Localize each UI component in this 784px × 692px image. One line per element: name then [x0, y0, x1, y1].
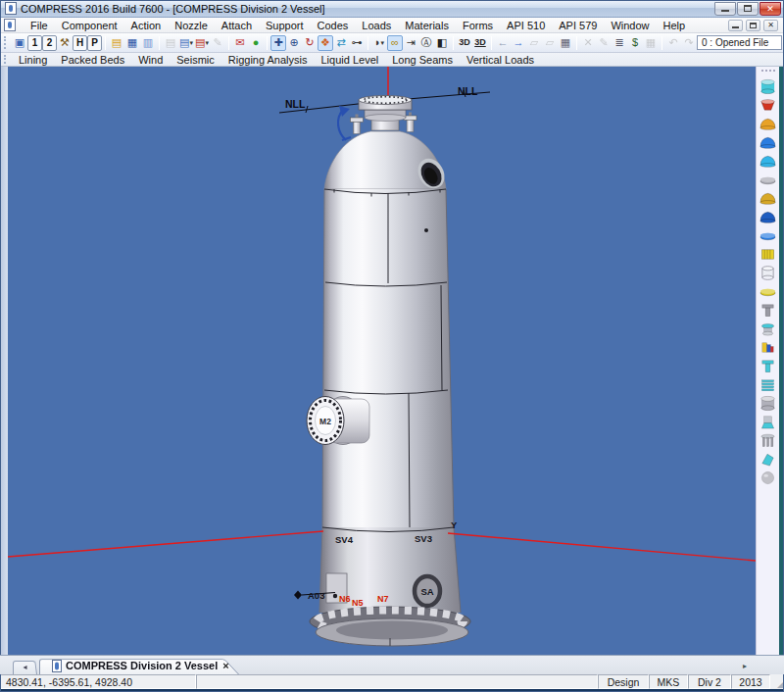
pipe-dimensions-icon[interactable]: P [87, 35, 102, 51]
maximize-button-icon[interactable] [737, 2, 759, 16]
opened-file-combo[interactable]: 0 : Opened File [697, 35, 782, 50]
tab-overflow-icon[interactable]: ▸ [743, 662, 747, 670]
orientation-icon[interactable]: ◗▾ [371, 35, 387, 51]
open-file-icon[interactable]: ▤ [109, 35, 124, 51]
menu-component[interactable]: Component [55, 19, 124, 32]
resize-grip[interactable]: ◢ [770, 674, 784, 689]
view-2-icon[interactable]: 2 [42, 35, 57, 51]
dished-cover-tool-icon[interactable] [758, 208, 778, 226]
calculator-icon[interactable]: ▦ [558, 35, 573, 51]
mdi-minimize-button[interactable] [728, 20, 743, 31]
rotate-view-icon[interactable]: ↻ [302, 35, 318, 51]
analysis-lining[interactable]: Lining [12, 54, 54, 66]
component-palette [756, 67, 779, 655]
analysis-packed-beds[interactable]: Packed Beds [54, 54, 131, 66]
menu-materials[interactable]: Materials [398, 19, 456, 32]
save-all-icon[interactable]: ▥ [140, 35, 156, 51]
jacket-tool-icon[interactable] [758, 394, 778, 413]
run-calculation-icon[interactable]: ● [248, 35, 264, 51]
tab-close-icon[interactable]: × [221, 661, 229, 670]
torispherical-head-tool-icon[interactable] [758, 133, 778, 152]
cost-estimate-icon[interactable]: $ [627, 35, 643, 51]
flat-head-tool-icon[interactable] [758, 171, 778, 189]
elliptical-head-tool-icon[interactable] [758, 115, 778, 133]
menu-forms[interactable]: Forms [456, 19, 500, 32]
analysis-long-seams[interactable]: Long Seams [385, 54, 460, 66]
analysis-rigging-analysis[interactable]: Rigging Analysis [221, 54, 315, 66]
3d-viewport[interactable]: M2 [8, 67, 756, 655]
menu-loads[interactable]: Loads [355, 19, 398, 32]
shell-cylinder-tool-icon[interactable] [758, 77, 778, 96]
nozzle-tool-icon[interactable] [758, 301, 778, 320]
report-icon[interactable]: ▤▾ [178, 35, 194, 51]
tab-scroll-button[interactable]: ◂ [13, 660, 37, 674]
link-components-icon[interactable]: ∞ [387, 35, 403, 51]
menu-api-579[interactable]: API 579 [552, 19, 604, 32]
view-3d-wireframe-icon[interactable]: 3D [472, 35, 488, 51]
minimize-button-icon[interactable] [714, 2, 736, 16]
analysis-wind[interactable]: Wind [131, 54, 170, 66]
orientation-dropdown-icon[interactable]: ▾ [381, 35, 385, 50]
save-file-icon[interactable]: ▦ [124, 35, 140, 51]
clip-lug-tool-icon[interactable] [758, 338, 778, 357]
skirt-support-tool-icon[interactable] [758, 413, 778, 431]
forward-icon[interactable]: → [511, 35, 526, 51]
close-button[interactable]: ✕ [760, 2, 781, 16]
label-axis-y: Y [451, 519, 458, 530]
menu-action[interactable]: Action [124, 19, 169, 32]
pan-icon[interactable]: ✚ [270, 35, 286, 51]
analysis-vertical-loads[interactable]: Vertical Loads [460, 54, 541, 66]
expansion-joint-tool-icon[interactable] [758, 245, 778, 264]
packed-bed-tool-icon[interactable] [758, 375, 778, 394]
saddle-support-tool-icon[interactable] [758, 469, 778, 487]
shell-transition-tool-icon[interactable] [758, 264, 778, 282]
hemispherical-head-tool-icon[interactable] [758, 152, 778, 171]
palette-grip[interactable] [761, 70, 775, 74]
menu-help[interactable]: Help [657, 19, 693, 32]
analysis-seismic[interactable]: Seismic [170, 54, 221, 66]
datasheet-icon[interactable]: ≣ [612, 35, 627, 51]
label-n5: N5 [352, 598, 364, 608]
leg-support-tool-icon[interactable] [758, 431, 778, 450]
toolbar-grip[interactable] [4, 36, 8, 49]
mdi-close-button[interactable]: ✕ [763, 20, 778, 31]
flange-tool-icon[interactable] [758, 320, 778, 338]
pdf-export-icon[interactable]: ▤▾ [194, 35, 210, 51]
shading-icon[interactable]: ◧ [434, 35, 450, 51]
title-bar: COMPRESS 2016 Build 7600 - [COMPRESS Div… [0, 0, 784, 18]
render-mode-icon[interactable]: ❖ [318, 35, 333, 51]
tools-icon[interactable]: ⚒ [57, 35, 73, 51]
back-icon[interactable]: ← [495, 35, 511, 51]
head-dimensions-icon[interactable]: H [73, 35, 87, 51]
goto-component-icon[interactable]: ⇥ [403, 35, 418, 51]
toriconical-head-tool-icon[interactable] [758, 189, 778, 208]
menu-attach[interactable]: Attach [215, 19, 259, 32]
view-3d-icon[interactable]: 3D [457, 35, 472, 51]
new-drawing-icon[interactable]: ▣ [12, 35, 27, 51]
attachments-icon[interactable]: Ⓐ [418, 35, 434, 51]
menu-window[interactable]: Window [604, 19, 656, 32]
mdi-document-icon[interactable] [4, 19, 16, 31]
analysis-liquid-level[interactable]: Liquid Level [314, 54, 385, 66]
view-1-icon[interactable]: 1 [27, 35, 42, 51]
mdi-restore-button[interactable] [746, 20, 760, 31]
flanged-nozzle-tool-icon[interactable] [758, 357, 778, 375]
conical-shell-tool-icon[interactable] [758, 96, 778, 115]
restraints-icon[interactable]: ⊶ [349, 35, 365, 51]
menu-api-510[interactable]: API 510 [500, 19, 552, 32]
refresh-view-icon[interactable]: ⇄ [333, 35, 349, 51]
email-report-icon[interactable]: ✉ [232, 35, 248, 51]
menu-codes[interactable]: Codes [311, 19, 356, 32]
report-dropdown-icon[interactable]: ▾ [189, 35, 193, 50]
flat-cover-tool-icon[interactable] [758, 226, 778, 245]
cover-plate-tool-icon[interactable] [758, 282, 778, 301]
analysis-toolbar-grip[interactable] [4, 55, 8, 64]
lug-support-tool-icon[interactable] [758, 450, 778, 469]
tab-compress-division-2-vessel[interactable]: COMPRESS Division 2 Vessel × [39, 658, 239, 674]
menu-nozzle[interactable]: Nozzle [168, 19, 215, 32]
menu-file[interactable]: File [24, 19, 55, 32]
zoom-icon[interactable]: ⊕ [286, 35, 302, 51]
menu-support[interactable]: Support [259, 19, 311, 32]
app-icon[interactable] [5, 2, 17, 15]
pdf-export-dropdown-icon[interactable]: ▾ [205, 35, 209, 50]
